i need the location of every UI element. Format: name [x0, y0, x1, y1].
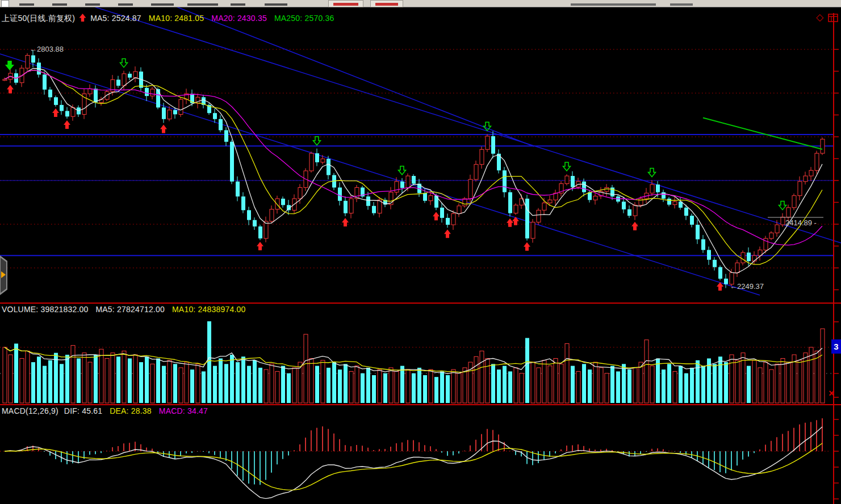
toolbar-button-stub[interactable]	[370, 0, 403, 7]
sell-signal-arrow	[648, 169, 656, 177]
volume-value: VOLUME: 39821832.00	[2, 305, 88, 314]
toolbar-button-stub[interactable]	[328, 0, 363, 7]
buy-signal-arrow	[7, 85, 14, 93]
ma20-value: MA20: 2430.35	[211, 14, 267, 23]
expand-arrow-icon	[1, 271, 6, 278]
high-price-label: ←2803.88	[30, 45, 64, 53]
sell-signal-arrow	[779, 201, 786, 210]
macd-header: MACD(12,26,9)DIF: 45.61DEA: 28.38MACD: 3…	[2, 406, 215, 415]
trend-up-icon	[79, 15, 86, 24]
menu-status-stub	[571, 3, 656, 6]
multi-window-icon[interactable]	[828, 13, 839, 25]
volume-panel[interactable]	[0, 321, 839, 403]
chart-canvas[interactable]	[0, 0, 841, 504]
dea-value: DEA: 28.38	[110, 406, 152, 415]
hline-price-label: 2414.89 -	[785, 219, 817, 227]
ma10-value: MA10: 2481.05	[149, 14, 204, 23]
main-price-panel[interactable]	[0, 0, 841, 295]
menu-item-stub[interactable]	[231, 3, 245, 6]
buy-signal-arrow	[631, 222, 638, 230]
sidebar-expand-handle[interactable]	[0, 255, 7, 295]
low-price-label: ←2249.37	[730, 282, 764, 291]
buy-signal-arrow	[342, 218, 349, 226]
buy-signal-arrow	[433, 212, 440, 220]
menu-item-stub[interactable]	[52, 3, 67, 6]
menu-item-stub[interactable]	[151, 3, 174, 6]
menu-item-stub[interactable]	[19, 3, 34, 6]
symbol-title: 上证50(日线.前复权)	[2, 14, 75, 23]
volume-header: VOLUME: 39821832.00MA5: 27824712.00MA10:…	[2, 305, 253, 314]
macd-name: MACD(12,26,9)	[2, 406, 58, 415]
trading-app-window: 上证50(日线.前复权)MA5: 2524.87MA10: 2481.05MA2…	[0, 0, 841, 504]
sell-signal-arrow	[6, 61, 14, 70]
close-marker-icon[interactable]: ×	[829, 388, 835, 400]
buy-signal-arrow	[160, 125, 167, 133]
buy-signal-arrow	[64, 120, 70, 129]
menu-item-stub[interactable]	[265, 3, 287, 6]
dif-value: DIF: 45.61	[64, 406, 102, 415]
ma5-value: MA5: 2524.87	[90, 14, 141, 23]
buy-signal-arrow	[512, 217, 519, 225]
sell-signal-arrow	[563, 162, 571, 171]
sell-signal-arrow	[399, 166, 406, 175]
volume-axis-label: 3	[831, 339, 841, 354]
buy-signal-arrow	[257, 242, 263, 250]
menu-item-stub[interactable]	[118, 3, 133, 6]
ma250-value: MA250: 2570.36	[274, 14, 334, 23]
menu-item-stub[interactable]	[187, 3, 218, 6]
menu-status-stub	[670, 3, 693, 6]
buy-signal-arrow	[52, 108, 59, 117]
macd-panel[interactable]	[0, 418, 839, 499]
buy-signal-arrow	[524, 242, 530, 251]
sell-signal-arrow	[313, 137, 321, 145]
sell-signal-arrow	[120, 59, 128, 68]
volume-ma5-value: MA5: 27824712.00	[95, 305, 165, 314]
menu-bar	[0, 0, 841, 7]
menu-logo-stub[interactable]	[1, 0, 9, 7]
volume-ma10-value: MA10: 24838974.00	[172, 305, 246, 314]
main-chart-header: 上证50(日线.前复权)MA5: 2524.87MA10: 2481.05MA2…	[2, 14, 341, 24]
buy-signal-arrow	[507, 219, 513, 227]
menu-item-stub[interactable]	[85, 3, 100, 6]
buy-signal-arrow	[444, 229, 451, 238]
diamond-icon[interactable]: ◇	[816, 12, 823, 22]
macd-value: MACD: 34.47	[159, 406, 208, 415]
